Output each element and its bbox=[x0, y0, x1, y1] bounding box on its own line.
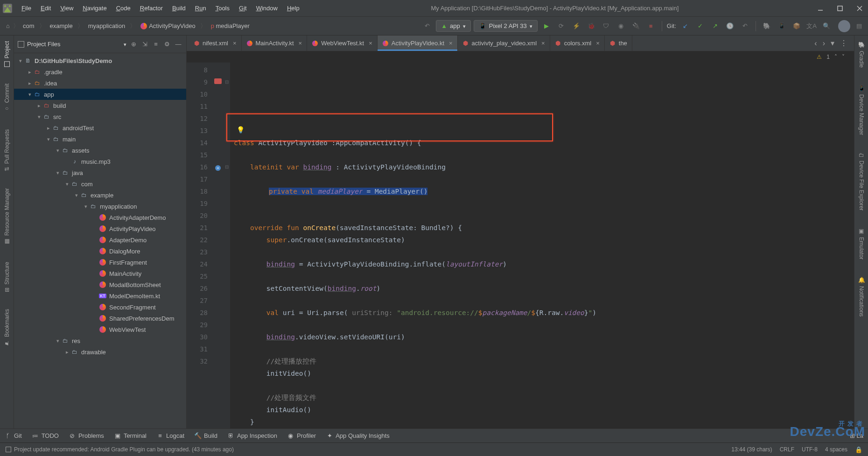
tree-item[interactable]: WebViewTest bbox=[14, 324, 186, 335]
tree-item[interactable]: 🗀src bbox=[14, 111, 186, 122]
editor-tab[interactable]: ⬢colors.xml× bbox=[550, 35, 605, 51]
git-update-icon[interactable]: ↙ bbox=[679, 20, 691, 32]
profile-icon[interactable]: ◉ bbox=[615, 20, 627, 32]
problems-tool-tab[interactable]: ⊘Problems bbox=[69, 432, 104, 439]
fold-column[interactable]: ⊟ ⊟ bbox=[224, 63, 230, 428]
sdk-manager-icon[interactable]: 📦 bbox=[791, 20, 803, 32]
tree-item[interactable]: 🗀com bbox=[14, 178, 186, 189]
project-tree[interactable]: 🗎 D:\GitHubFiles\StudyDemo 🗀.gradle🗀.ide… bbox=[14, 53, 186, 428]
breadcrumb-item[interactable]: myapplication bbox=[84, 21, 129, 31]
minimize-button[interactable] bbox=[815, 3, 826, 14]
search-everywhere-icon[interactable]: 🔍 bbox=[820, 20, 833, 32]
git-push-icon[interactable]: ↗ bbox=[709, 20, 721, 32]
tree-item[interactable]: ActivityAdapterDemo bbox=[14, 212, 186, 223]
app-inspection-tool-tab[interactable]: ⛨App Inspection bbox=[228, 432, 277, 439]
close-tab-icon[interactable]: × bbox=[596, 40, 600, 47]
logcat-tool-tab[interactable]: ≡Logcat bbox=[157, 432, 184, 439]
tree-item[interactable]: 🗀example bbox=[14, 189, 186, 201]
avd-manager-icon[interactable]: 📱 bbox=[776, 20, 788, 32]
next-highlight-icon[interactable]: ˅ bbox=[842, 54, 845, 60]
tree-item[interactable]: 🗀build bbox=[14, 100, 186, 111]
editor-tab[interactable]: ⬢activivty_play_video.xml× bbox=[458, 35, 550, 51]
close-tab-icon[interactable]: × bbox=[369, 40, 372, 47]
todo-tool-tab[interactable]: ≔TODO bbox=[32, 432, 59, 439]
menu-view[interactable]: View bbox=[56, 5, 78, 12]
git-commit-icon[interactable]: ✓ bbox=[694, 20, 706, 32]
nav-home-icon[interactable]: ⌂ bbox=[3, 20, 13, 32]
layout-inspector-icon[interactable]: ⊞ La bbox=[850, 432, 863, 439]
bookmarks-tool-tab[interactable]: ⚑Bookmarks bbox=[3, 305, 11, 350]
editor-tab[interactable]: ⬢nifest.xml× bbox=[189, 35, 242, 51]
readonly-lock-icon[interactable]: 🔒 bbox=[855, 446, 862, 453]
menu-build[interactable]: Build bbox=[168, 5, 190, 12]
warning-icon[interactable]: ⚠ bbox=[817, 54, 822, 60]
menu-refactor[interactable]: Refactor bbox=[135, 5, 168, 12]
tree-item[interactable]: SharedPreferencesDem bbox=[14, 313, 186, 324]
menu-navigate[interactable]: Navigate bbox=[78, 5, 111, 12]
code-area[interactable]: 💡 class ActivityPlayVideo :AppCompatActi… bbox=[230, 63, 854, 428]
close-tab-icon[interactable]: × bbox=[541, 40, 545, 47]
tree-item[interactable]: 🗀assets bbox=[14, 145, 186, 156]
terminal-tool-tab[interactable]: ▣Terminal bbox=[114, 432, 147, 439]
tree-item[interactable]: 🗀.gradle bbox=[14, 66, 186, 77]
structure-tool-tab[interactable]: ⊞Structure bbox=[3, 258, 11, 296]
run-button[interactable]: ▶ bbox=[540, 20, 553, 32]
git-history-icon[interactable]: 🕓 bbox=[724, 20, 736, 32]
notifications-tool-tab[interactable]: 🔔Notifications bbox=[857, 273, 866, 320]
coverage-icon[interactable]: 🛡 bbox=[600, 20, 612, 32]
tree-item[interactable]: SecondFragment bbox=[14, 302, 186, 313]
menu-code[interactable]: Code bbox=[112, 5, 135, 12]
device-file-explorer-tool-tab[interactable]: 🗀Device File Explorer bbox=[857, 148, 866, 214]
run-config-dropdown[interactable]: ▲ app bbox=[436, 20, 471, 32]
project-panel-title[interactable]: Project Files bbox=[18, 41, 126, 48]
menu-edit[interactable]: Edit bbox=[36, 5, 56, 12]
pull-requests-tool-tab[interactable]: ⇅Pull Requests bbox=[3, 126, 11, 175]
translate-icon[interactable]: 文A bbox=[805, 20, 818, 32]
menu-file[interactable]: File bbox=[17, 5, 36, 12]
tabs-overflow-right-icon[interactable]: › bbox=[821, 39, 827, 48]
breadcrumb-item[interactable]: p mediaPlayer bbox=[207, 21, 253, 31]
device-dropdown[interactable]: 📱 Pixel 2 API 33 bbox=[474, 20, 538, 32]
editor-tab[interactable]: ActivityPlayVideo.kt× bbox=[378, 35, 458, 51]
caret-position[interactable]: 13:44 (39 chars) bbox=[731, 446, 772, 453]
device-manager-tool-tab[interactable]: 📱Device Manager bbox=[857, 81, 866, 139]
breadcrumb-item[interactable]: example bbox=[46, 21, 77, 31]
tree-root[interactable]: D:\GitHubFiles\StudyDemo bbox=[35, 57, 112, 64]
collapse-all-icon[interactable]: ≡ bbox=[152, 41, 160, 48]
tree-item[interactable]: MainActivity bbox=[14, 268, 186, 279]
line-numbers-gutter[interactable]: 8910111213141516171819202122232425262728… bbox=[187, 63, 212, 428]
select-opened-file-icon[interactable]: ⊕ bbox=[129, 41, 138, 48]
menu-window[interactable]: Window bbox=[252, 5, 282, 12]
close-tab-icon[interactable]: × bbox=[299, 40, 302, 47]
tabs-dropdown-icon[interactable]: ▾ bbox=[829, 39, 836, 48]
tree-item[interactable]: DialogMore bbox=[14, 246, 186, 257]
tree-item[interactable]: AdapterDemo bbox=[14, 234, 186, 246]
indent-setting[interactable]: 4 spaces bbox=[825, 446, 847, 453]
tree-item[interactable]: FirstFragment bbox=[14, 257, 186, 268]
commit-tool-tab[interactable]: ○Commit bbox=[3, 80, 11, 116]
hide-panel-icon[interactable]: — bbox=[174, 41, 182, 48]
tree-item[interactable]: 🗀java bbox=[14, 167, 186, 178]
tree-item[interactable]: ActivityPlayVideo bbox=[14, 223, 186, 234]
file-encoding[interactable]: UTF-8 bbox=[802, 446, 818, 453]
status-message[interactable]: Project update recommended: Android Grad… bbox=[14, 446, 234, 453]
menu-git[interactable]: Git bbox=[234, 5, 252, 12]
apply-code-icon[interactable]: ⚡ bbox=[570, 20, 582, 32]
breadcrumb-item[interactable]: com bbox=[19, 21, 38, 31]
profiler-tool-tab[interactable]: ◉Profiler bbox=[287, 432, 316, 439]
maximize-button[interactable] bbox=[834, 3, 846, 14]
emulator-tool-tab[interactable]: ▣Emulator bbox=[857, 224, 866, 263]
status-panel-icon[interactable] bbox=[6, 447, 11, 452]
apply-changes-icon[interactable]: ⟳ bbox=[555, 20, 567, 32]
line-separator[interactable]: CRLF bbox=[780, 446, 794, 453]
app-quality-tool-tab[interactable]: ✦App Quality Insights bbox=[326, 432, 390, 439]
sync-gradle-icon[interactable]: 🐘 bbox=[761, 20, 773, 32]
breadcrumb-item[interactable]: ActivityPlayVideo bbox=[137, 21, 199, 31]
tree-item[interactable]: ♪music.mp3 bbox=[14, 156, 186, 167]
close-tab-icon[interactable]: × bbox=[449, 40, 453, 47]
tree-item[interactable]: 🗀res bbox=[14, 335, 186, 346]
settings-icon[interactable]: ▤ bbox=[853, 20, 865, 32]
rollback-icon[interactable]: ↶ bbox=[739, 20, 751, 32]
prev-highlight-icon[interactable]: ˄ bbox=[834, 54, 837, 60]
menu-run[interactable]: Run bbox=[190, 5, 211, 12]
